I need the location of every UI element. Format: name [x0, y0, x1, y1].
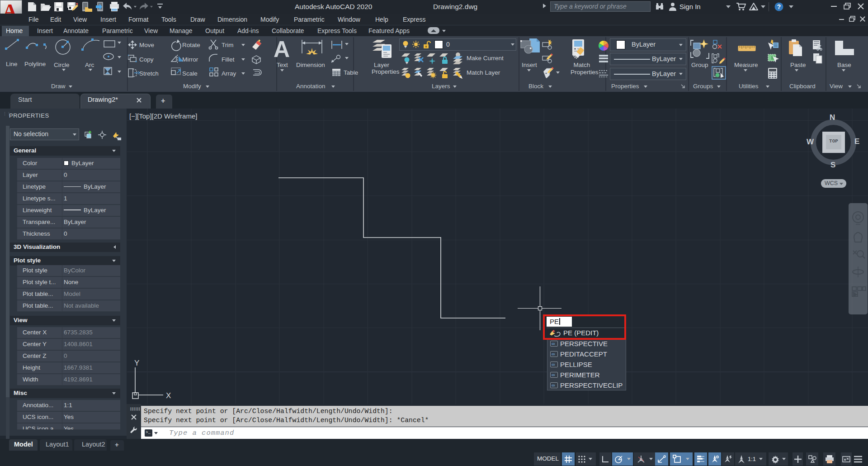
svg-text:Y: Y [134, 359, 139, 367]
svg-text:X: X [166, 391, 171, 400]
